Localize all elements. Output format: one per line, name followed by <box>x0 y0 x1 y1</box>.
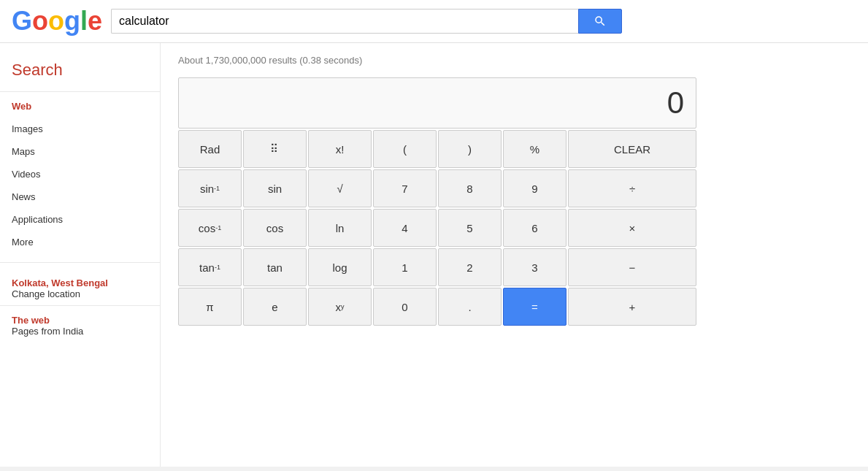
calc-btn-ln[interactable]: ln <box>308 209 372 247</box>
calc-btn-close-paren[interactable]: ) <box>438 130 502 168</box>
calc-btn-subtract[interactable]: − <box>568 248 696 286</box>
calc-btn-percent[interactable]: % <box>503 130 566 168</box>
content: About 1,730,000,000 results (0.38 second… <box>161 43 868 467</box>
calc-btn-power[interactable]: xy <box>308 288 372 326</box>
calc-btn-pi[interactable]: π <box>178 288 242 326</box>
calc-btn-3[interactable]: 3 <box>503 248 566 286</box>
sidebar-item-images[interactable]: Images <box>0 118 160 140</box>
calc-btn-arccos[interactable]: cos-1 <box>178 209 242 247</box>
search-label: Search <box>0 55 160 88</box>
location-name: Kolkata, West Bengal <box>12 277 148 288</box>
calc-btn-multiply[interactable]: × <box>568 209 696 247</box>
sidebar-divider-2 <box>0 262 160 263</box>
calc-btn-clear[interactable]: CLEAR <box>568 130 696 168</box>
sidebar-item-videos[interactable]: Videos <box>0 163 160 185</box>
calc-btn-sqrt[interactable]: √ <box>308 169 372 207</box>
sidebar-item-news[interactable]: News <box>0 185 160 208</box>
calc-btn-log[interactable]: log <box>308 248 372 286</box>
calc-btn-9[interactable]: 9 <box>503 169 566 207</box>
calc-btn-tan[interactable]: tan <box>243 248 307 286</box>
calc-btn-arcsin[interactable]: sin-1 <box>178 169 242 207</box>
calculator: 0 Rad ⠿ x! ( ) % CLEAR sin-1 sin √ 7 8 9… <box>178 77 696 326</box>
calc-btn-arctan[interactable]: tan-1 <box>178 248 242 286</box>
calc-btn-open-paren[interactable]: ( <box>373 130 437 168</box>
search-type-section: The web Pages from India <box>0 305 160 340</box>
calc-btn-2[interactable]: 2 <box>438 248 502 286</box>
calc-btn-equals[interactable]: = <box>503 288 566 326</box>
change-location[interactable]: Change location <box>12 288 148 299</box>
calc-btn-decimal[interactable]: . <box>438 288 502 326</box>
calc-btn-divide[interactable]: ÷ <box>568 169 696 207</box>
search-button[interactable] <box>578 9 622 34</box>
calc-btn-sin[interactable]: sin <box>243 169 307 207</box>
header: Google <box>0 0 868 43</box>
sidebar-item-more[interactable]: More <box>0 231 160 253</box>
calc-btn-6[interactable]: 6 <box>503 209 566 247</box>
search-bar <box>111 9 622 34</box>
location-section: Kolkata, West Bengal Change location <box>0 266 160 305</box>
pages-from-india-link[interactable]: Pages from India <box>12 326 148 337</box>
sidebar-item-web[interactable]: Web <box>0 95 160 118</box>
calc-btn-4[interactable]: 4 <box>373 209 437 247</box>
calc-btn-add[interactable]: + <box>568 288 696 326</box>
sidebar-item-applications[interactable]: Applications <box>0 208 160 231</box>
calc-btn-cos[interactable]: cos <box>243 209 307 247</box>
calc-btn-1[interactable]: 1 <box>373 248 437 286</box>
google-logo: Google <box>12 6 102 37</box>
sidebar-item-maps[interactable]: Maps <box>0 140 160 163</box>
sidebar-divider <box>0 91 160 92</box>
main-layout: Search Web Images Maps Videos News Appli… <box>0 43 868 467</box>
calc-btn-8[interactable]: 8 <box>438 169 502 207</box>
search-input[interactable] <box>111 9 578 34</box>
calc-btn-7[interactable]: 7 <box>373 169 437 207</box>
calc-btn-dots[interactable]: ⠿ <box>243 130 307 168</box>
calc-buttons: Rad ⠿ x! ( ) % CLEAR sin-1 sin √ 7 8 9 ÷… <box>178 130 696 326</box>
results-info: About 1,730,000,000 results (0.38 second… <box>178 55 850 66</box>
calc-display-value: 0 <box>667 85 684 120</box>
calc-btn-5[interactable]: 5 <box>438 209 502 247</box>
calc-btn-factorial[interactable]: x! <box>308 130 372 168</box>
calc-display: 0 <box>178 77 696 129</box>
the-web-link[interactable]: The web <box>12 315 148 326</box>
calc-btn-0[interactable]: 0 <box>373 288 437 326</box>
calc-btn-rad[interactable]: Rad <box>178 130 242 168</box>
calc-btn-e[interactable]: e <box>243 288 307 326</box>
sidebar: Search Web Images Maps Videos News Appli… <box>0 43 161 467</box>
